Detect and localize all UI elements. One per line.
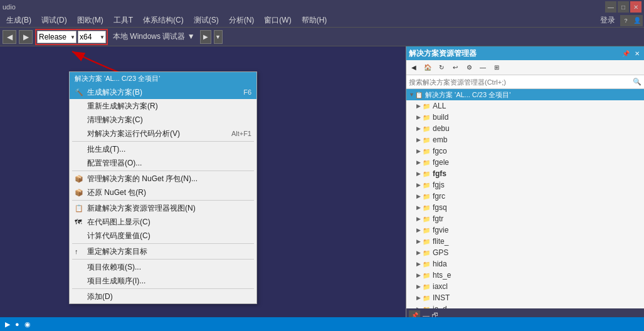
menu-window[interactable]: 窗口(W) [259,14,296,27]
se-settings-button[interactable]: ⚙ [463,62,475,73]
cm-config-manager[interactable]: 配置管理器(O)... [70,156,256,170]
toolbar: ◀ ▶ Release Debug ▼ x64 x86 ARM ▼ 本地 Win… [0,28,644,46]
login-button[interactable]: 登录 [595,14,620,27]
cm-retarget[interactable]: ↑ 重定解决方案目标 [70,244,256,258]
toggle-icon: ▶ [416,227,423,233]
close-button[interactable]: ✕ [630,1,641,13]
maximize-button[interactable]: □ [618,1,629,13]
item-label: emb [433,135,447,144]
cm-calc-metrics[interactable]: 计算代码度量值(C) [70,229,256,243]
run-dropdown[interactable]: ▼ [214,30,223,44]
menu-debug[interactable]: 调试(D) [36,14,72,27]
release-select-wrapper[interactable]: Release Debug ▼ [37,31,77,43]
tree-item-fgele[interactable]: ▶ 📁 fgele [406,157,644,168]
cm-sep-3 [72,200,254,201]
cm-build-order[interactable]: 项目生成顺序(I)... [70,274,256,288]
tree-item-flite[interactable]: ▶ 📁 flite_ [406,236,644,247]
platform-select[interactable]: x64 x86 ARM [78,31,106,43]
tree-item-hida[interactable]: ▶ 📁 hida [406,258,644,270]
se-undo-button[interactable]: ↩ [449,62,462,73]
cm-rebuild-solution[interactable]: 重新生成解决方案(R) [70,99,256,113]
cm-label: 生成解决方案(B) [87,87,142,98]
toggle-icon: ▶ [416,272,423,278]
cm-label: 重定解决方案目标 [87,246,147,257]
item-label: fgco [433,147,447,155]
toggle-icon: ▶ [416,204,423,211]
tree-item-iaxcl[interactable]: ▶ 📁 iaxcl [406,281,644,292]
tree-item-build[interactable]: ▶ 📁 build [406,112,644,123]
toggle-icon: ▶ [416,295,423,301]
se-close-button[interactable]: ✕ [633,50,641,57]
se-home-button[interactable]: 🏠 [421,62,434,73]
cm-code-map[interactable]: 🗺 在代码图上显示(C) [70,215,256,229]
se-grid-button[interactable]: ⊞ [490,62,503,73]
menu-test[interactable]: 测试(S) [189,14,224,27]
tree-item-all[interactable]: ▶ 📁 ALL [406,100,644,112]
cm-manage-nuget[interactable]: 📦 管理解决方案的 NuGet 序包(N)... [70,172,256,186]
menu-build[interactable]: 生成(B) [1,14,36,27]
cm-sep-2 [72,171,254,171]
se-minus-button[interactable]: — [477,62,489,73]
cm-restore-nuget[interactable]: 📦 还原 NuGet 包(R) [70,186,256,199]
build-icon: 🔨 [75,88,83,97]
se-search-input[interactable] [409,78,630,86]
folder-icon: 📁 [423,238,431,245]
title-bar-left: udio [3,3,16,11]
menu-analyze[interactable]: 分析(N) [224,14,260,27]
run-button[interactable]: ▶ [200,30,211,44]
debug-label[interactable]: 本地 Windows 调试器 ▼ [110,31,198,42]
cm-label: 配置管理器(O)... [87,158,142,169]
cm-project-deps[interactable]: 项目依赖项(S)... [70,260,256,274]
cm-analyze-solution[interactable]: 对解决方案运行代码分析(V) Alt+F1 [70,127,256,140]
tree-item-fgvie[interactable]: ▶ 📁 fgvie [406,224,644,236]
menu-diagram[interactable]: 图欧(M) [72,14,108,27]
main-area: 解决方案资源管理器 📌 ✕ ◀ 🏠 ↻ ↩ ⚙ — ⊞ 🔍 ▼ 📋 [0,46,644,322]
tree-item-fgrc[interactable]: ▶ 📁 fgrc [406,191,644,202]
cm-sep-4 [72,243,254,244]
cm-batch-build[interactable]: 批生成(T)... [70,142,256,156]
se-refresh-button[interactable]: ↻ [435,62,448,73]
toggle-icon: ▶ [416,171,423,177]
tree-item-fgfs[interactable]: ▶ 📁 fgfs [406,168,644,179]
item-label: fgele [433,158,449,167]
tree-item-solution[interactable]: ▼ 📋 解决方案 'AL... C/23 全项目' [406,89,644,100]
tree-item-fgco[interactable]: ▶ 📁 fgco [406,145,644,157]
tree-item-debu[interactable]: ▶ 📁 debu [406,123,644,134]
minimize-button[interactable]: — [605,1,616,13]
cm-build-solution[interactable]: 🔨 生成解决方案(B) F6 [70,85,256,99]
se-back-button[interactable]: ◀ [408,62,420,73]
tree-item-gps[interactable]: ▶ 📁 GPS [406,247,644,258]
tree-item-inst[interactable]: ▶ 📁 INST [406,292,644,303]
folder-icon: 📁 [423,137,431,144]
toggle-icon: ▶ [416,283,423,290]
tree-item-htse[interactable]: ▶ 📁 hts_e [406,270,644,281]
cm-label: 新建解决方案资源管理器视图(N) [87,203,196,214]
back-button[interactable]: ◀ [3,30,16,44]
app-title: udio [3,3,16,11]
solution-icon: 📋 [415,92,424,98]
cm-shortcut: F6 [243,88,251,96]
release-select[interactable]: Release Debug [37,31,77,43]
cm-add[interactable]: 添加(D) [70,290,256,303]
cm-new-se-view[interactable]: 📋 新建解决方案资源管理器视图(N) [70,201,256,215]
tree-item-fgtr[interactable]: ▶ 📁 fgtr [406,213,644,224]
forward-button[interactable]: ▶ [19,30,33,44]
se-pin-button[interactable]: 📌 [620,50,631,57]
tree-item-ia-d[interactable]: ▶ 📁 ia_d [406,303,644,308]
folder-icon: 📁 [423,148,431,155]
platform-select-wrapper[interactable]: x64 x86 ARM ▼ [78,31,106,43]
tree-item-fgjs[interactable]: ▶ 📁 fgjs [406,179,644,191]
item-label: fgrc [433,192,445,201]
item-label: hida [433,260,447,268]
item-label: INST [433,293,450,302]
tree-item-emb[interactable]: ▶ 📁 emb [406,134,644,145]
menu-architecture[interactable]: 体系结构(C) [138,14,189,27]
menu-tools[interactable]: 工具T [108,14,138,27]
folder-icon: 📁 [423,295,431,302]
menu-help[interactable]: 帮助(H) [297,14,332,27]
toggle-icon: ▶ [416,216,423,222]
toggle-icon: ▶ [416,193,423,199]
tree-item-fgsq[interactable]: ▶ 📁 fgsq [406,202,644,213]
cm-clean-solution[interactable]: 清理解决方案(C) [70,113,256,127]
item-label: debu [433,124,450,133]
